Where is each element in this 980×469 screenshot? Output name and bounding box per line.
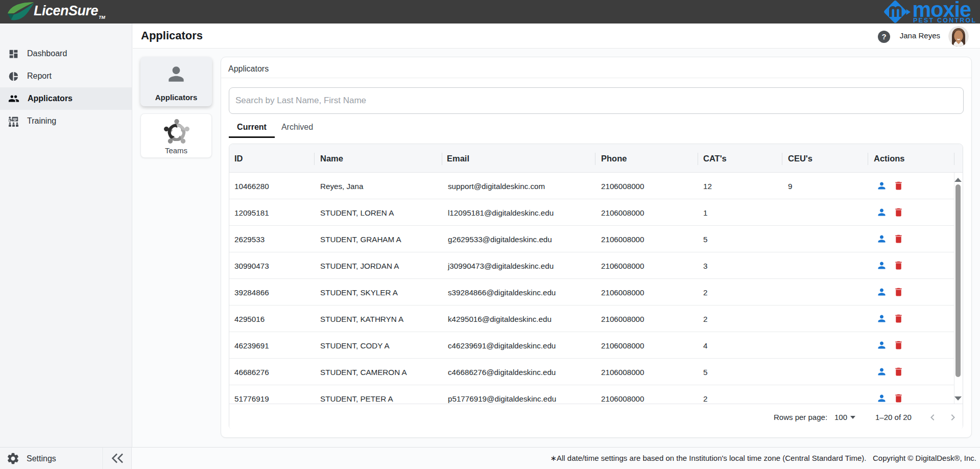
svg-text:PEST CONTROL: PEST CONTROL	[913, 17, 976, 24]
